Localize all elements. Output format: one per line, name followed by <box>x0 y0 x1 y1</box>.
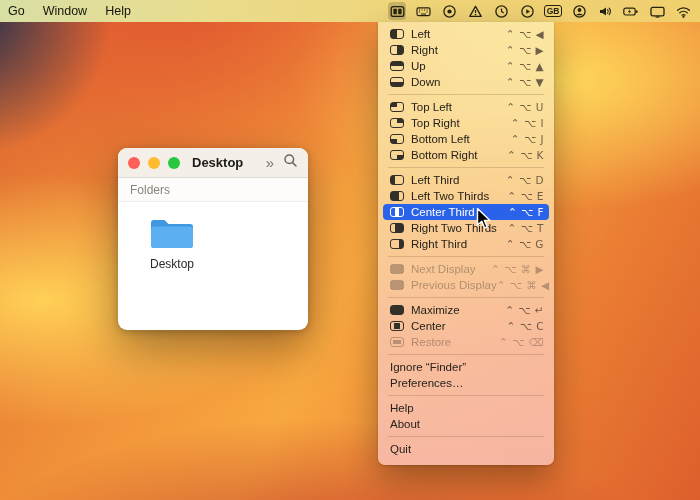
menu-separator <box>388 395 544 396</box>
input-source-label: GB <box>544 5 563 18</box>
window-position-icon <box>390 264 404 274</box>
menu-item-shortcut: ⌃ ⌥ ⌘ ▶ <box>491 263 544 275</box>
menu-item-restore: Restore ⌃ ⌥ ⌫ <box>378 334 554 350</box>
window-position-icon <box>390 321 404 331</box>
folder-label: Desktop <box>150 257 194 271</box>
menu-item-preferences[interactable]: Preferences… <box>378 375 554 391</box>
menu-item-label: Top Left <box>411 101 452 113</box>
menu-item-up[interactable]: Up ⌃ ⌥ ▲ <box>378 58 554 74</box>
menu-item-label: Top Right <box>411 117 460 129</box>
rectangle-menu: Left ⌃ ⌥ ◀ Right ⌃ ⌥ ▶ Up ⌃ ⌥ ▲ Down ⌃ ⌥… <box>378 22 554 465</box>
menu-item-maximize[interactable]: Maximize ⌃ ⌥ ↵ <box>378 302 554 318</box>
menu-item-label: Center <box>411 320 446 332</box>
menu-item-shortcut: ⌃ ⌥ G <box>506 238 544 250</box>
menu-item-bottom-right[interactable]: Bottom Right ⌃ ⌥ K <box>378 147 554 163</box>
folder-icon <box>149 216 195 252</box>
menu-item-top-right[interactable]: Top Right ⌃ ⌥ I <box>378 115 554 131</box>
menu-item-shortcut: ⌃ ⌥ ▼ <box>506 76 544 88</box>
section-header: Folders <box>118 178 308 202</box>
user-account-icon[interactable] <box>570 2 588 20</box>
titlebar[interactable]: Desktop » <box>118 148 308 178</box>
window-position-icon <box>390 223 404 233</box>
menu-item-label: Previous Display <box>411 279 497 291</box>
window-position-icon <box>390 134 404 144</box>
menu-item-shortcut: ⌃ ⌥ K <box>507 149 544 161</box>
window-position-icon <box>390 102 404 112</box>
menu-item-quit[interactable]: Quit <box>378 441 554 457</box>
minimize-button[interactable] <box>148 157 160 169</box>
menu-item-right-two-thirds[interactable]: Right Two Thirds ⌃ ⌥ T <box>378 220 554 236</box>
menu-item-previous-display: Previous Display ⌃ ⌥ ⌘ ◀ <box>378 277 554 293</box>
menu-item-shortcut: ⌃ ⌥ I <box>511 117 544 129</box>
menu-item-label: Right <box>411 44 438 56</box>
menu-item-label: Center Third <box>411 206 475 218</box>
menu-bar: Go Window Help GB <box>0 0 700 22</box>
search-icon[interactable] <box>283 153 298 172</box>
window-content: Desktop <box>118 202 308 271</box>
window-position-icon <box>390 191 404 201</box>
menu-item-center-third[interactable]: Center Third ⌃ ⌥ F <box>383 204 549 220</box>
menu-item-shortcut: ⌃ ⌥ U <box>506 101 544 113</box>
menubar-item-help[interactable]: Help <box>105 4 131 18</box>
toolbar-overflow-icon[interactable]: » <box>266 155 274 170</box>
menu-item-label: Ignore “Finder” <box>390 361 466 373</box>
window-position-icon <box>390 61 404 71</box>
menu-item-shortcut: ⌃ ⌥ T <box>508 222 545 234</box>
desktop-folder-item[interactable]: Desktop <box>144 216 200 271</box>
volume-icon[interactable] <box>596 2 614 20</box>
menu-item-shortcut: ⌃ ⌥ D <box>506 174 544 186</box>
window-position-icon <box>390 175 404 185</box>
finder-window: Desktop » Folders Desktop <box>118 148 308 330</box>
close-button[interactable] <box>128 157 140 169</box>
menu-item-left-third[interactable]: Left Third ⌃ ⌥ D <box>378 172 554 188</box>
menu-item-label: Bottom Right <box>411 149 477 161</box>
desktop: Go Window Help GB <box>0 0 700 500</box>
menu-item-left-two-thirds[interactable]: Left Two Thirds ⌃ ⌥ E <box>378 188 554 204</box>
menu-separator <box>388 354 544 355</box>
window-position-icon <box>390 77 404 87</box>
menu-item-shortcut: ⌃ ⌥ E <box>507 190 544 202</box>
menu-item-top-left[interactable]: Top Left ⌃ ⌥ U <box>378 99 554 115</box>
menubar-item-window[interactable]: Window <box>43 4 87 18</box>
zoom-button[interactable] <box>168 157 180 169</box>
round-app-icon[interactable] <box>440 2 458 20</box>
menu-item-label: Preferences… <box>390 377 464 389</box>
menu-item-label: Right Third <box>411 238 467 250</box>
menu-item-label: Left <box>411 28 430 40</box>
window-position-icon <box>390 45 404 55</box>
menu-item-bottom-left[interactable]: Bottom Left ⌃ ⌥ J <box>378 131 554 147</box>
menu-item-shortcut: ⌃ ⌥ C <box>507 320 544 332</box>
input-source-icon[interactable]: GB <box>544 2 562 20</box>
menu-item-ignore-finder[interactable]: Ignore “Finder” <box>378 359 554 375</box>
clock-icon[interactable] <box>492 2 510 20</box>
menu-item-about[interactable]: About <box>378 416 554 432</box>
keyboard-icon[interactable] <box>414 2 432 20</box>
menubar-status-area: GB <box>388 2 692 20</box>
menu-separator <box>388 94 544 95</box>
alert-icon[interactable] <box>466 2 484 20</box>
rectangle-menu-icon[interactable] <box>388 2 406 20</box>
window-position-icon <box>390 239 404 249</box>
menu-item-shortcut: ⌃ ⌥ ⌘ ◀ <box>497 279 550 291</box>
menu-item-label: Next Display <box>411 263 476 275</box>
menu-item-label: Bottom Left <box>411 133 470 145</box>
menu-item-center[interactable]: Center ⌃ ⌥ C <box>378 318 554 334</box>
menu-separator <box>388 167 544 168</box>
menu-item-down[interactable]: Down ⌃ ⌥ ▼ <box>378 74 554 90</box>
menu-item-left[interactable]: Left ⌃ ⌥ ◀ <box>378 26 554 42</box>
menu-item-label: Left Third <box>411 174 459 186</box>
display-icon[interactable] <box>648 2 666 20</box>
menu-item-help[interactable]: Help <box>378 400 554 416</box>
battery-icon[interactable] <box>622 2 640 20</box>
menubar-item-go[interactable]: Go <box>8 4 25 18</box>
menu-item-right-third[interactable]: Right Third ⌃ ⌥ G <box>378 236 554 252</box>
menu-item-shortcut: ⌃ ⌥ ⌫ <box>499 336 544 348</box>
menu-item-label: Down <box>411 76 440 88</box>
menubar-left: Go Window Help <box>8 4 131 18</box>
play-icon[interactable] <box>518 2 536 20</box>
menu-separator <box>388 436 544 437</box>
wifi-icon[interactable] <box>674 2 692 20</box>
window-title: Desktop <box>192 155 243 170</box>
menu-item-label: Quit <box>390 443 411 455</box>
menu-item-right[interactable]: Right ⌃ ⌥ ▶ <box>378 42 554 58</box>
